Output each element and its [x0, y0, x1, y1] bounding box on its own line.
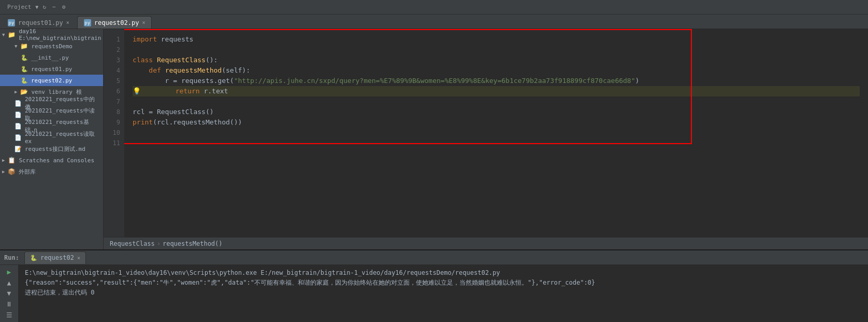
run-label: Run:	[0, 254, 23, 261]
line-num-8: 8	[104, 107, 124, 117]
run-tab-bar: Run: 🐍 request02 ×	[0, 250, 868, 265]
tab-close-icon[interactable]: ×	[66, 20, 69, 25]
run-list-button[interactable]: ☰	[4, 310, 15, 320]
tab-bar: py request01.py × py request02.py ×	[0, 15, 868, 29]
run-up-button[interactable]: ▲	[4, 278, 15, 288]
run-play-button[interactable]: ▶	[4, 267, 15, 277]
sidebar-label-venv: venv library 根	[31, 88, 81, 96]
tab-py-icon: py	[8, 19, 15, 26]
run-output-result: {"reason":"success","result":{"men":"牛",…	[25, 278, 862, 288]
line-num-10: 10	[104, 128, 124, 138]
toolbar: Project ▼ ↻ − ⚙	[0, 0, 868, 15]
code-line-8: rcl = RequestClass()	[133, 107, 860, 117]
code-line-11	[133, 138, 860, 148]
code-line-6: 💡 return r.text	[133, 86, 860, 96]
line-numbers: 1 2 3 4 5 6 7 8 9 10 11	[104, 29, 124, 237]
sync-icon[interactable]: ↻	[39, 3, 49, 11]
sidebar-label-file4: 20210221_requests读取ex	[25, 130, 99, 145]
sidebar-item-scratches[interactable]: ▶ 📋 Scratches and Consoles	[0, 155, 103, 166]
sidebar-item-request02[interactable]: 🐍 request02.py	[0, 75, 103, 86]
venv-icon: 📂	[20, 88, 28, 95]
tab-request01[interactable]: py request01.py ×	[1, 16, 76, 29]
code-line-1: import requests	[133, 34, 860, 45]
tab-request02[interactable]: py request02.py ×	[77, 16, 152, 29]
run-tab-request02[interactable]: 🐍 request02 ×	[24, 251, 86, 264]
code-line-10	[133, 128, 860, 138]
sidebar-label-req01: request01.py	[31, 66, 72, 73]
sidebar: ▼ 📁 day16 E:\new_bigtrain\bigtrain ▼ 📁 r…	[0, 29, 104, 249]
code-line-2	[133, 45, 860, 55]
tab-py-icon-2: py	[84, 19, 91, 26]
app-container: Project ▼ ↻ − ⚙ py request01.py × py req…	[0, 0, 868, 322]
run-output: E:\new_bigtrain\bigtrain-1_video\day16\v…	[19, 265, 868, 322]
code-content[interactable]: import requests class RequestClass(): de…	[124, 29, 868, 237]
editor-wrapper: 1 2 3 4 5 6 7 8 9 10 11	[104, 29, 868, 237]
tab-label: request01.py	[18, 19, 63, 26]
md-file-icon: 📝	[15, 146, 22, 152]
file-icon-1: 📄	[15, 100, 22, 107]
run-pause-button[interactable]: ⏸	[4, 299, 15, 309]
py-file-icon-2: 🐍	[21, 66, 28, 73]
run-output-path: E:\new_bigtrain\bigtrain-1_video\day16\v…	[25, 268, 862, 278]
file-icon-2: 📄	[15, 111, 22, 118]
settings-icon[interactable]: ⚙	[59, 3, 69, 11]
chevron-right-icon-2: ▶	[2, 158, 5, 163]
sidebar-item-md[interactable]: 📝 requests接口测试.md	[0, 143, 103, 155]
code-line-3: class RequestClass():	[133, 55, 860, 65]
sidebar-item-day16[interactable]: ▼ 📁 day16 E:\new_bigtrain\bigtrain	[0, 29, 103, 40]
sidebar-item-external[interactable]: ▶ 📦 外部库	[0, 166, 103, 177]
sidebar-label-md: requests接口测试.md	[25, 145, 85, 153]
chevron-down-icon-2: ▼	[15, 44, 17, 49]
sidebar-label-scratches: Scratches and Consoles	[19, 157, 94, 164]
run-panel: Run: 🐍 request02 × ▶ ▲ ▼ ⏸ ☰ E:\new_bigt…	[0, 249, 868, 322]
line-num-1: 1	[104, 34, 124, 45]
tab-active-label: request02.py	[94, 19, 139, 26]
line-num-3: 3	[104, 55, 124, 65]
chevron-right-icon-3: ▶	[2, 169, 5, 174]
line-num-7: 7	[104, 96, 124, 107]
breadcrumb: RequestClass › requestsMethod()	[104, 237, 868, 249]
run-content: ▶ ▲ ▼ ⏸ ☰ E:\new_bigtrain\bigtrain-1_vid…	[0, 265, 868, 322]
line-num-4: 4	[104, 65, 124, 76]
chevron-right-icon: ▶	[15, 89, 17, 94]
folder-icon: 📁	[8, 31, 16, 38]
sidebar-label-day16: day16 E:\new_bigtrain\bigtrain	[19, 29, 101, 41]
project-label[interactable]: Project	[4, 3, 34, 11]
tab-close-icon-2[interactable]: ×	[142, 20, 145, 25]
run-down-button[interactable]: ▼	[4, 289, 15, 299]
sidebar-item-init[interactable]: 🐍 __init__.py	[0, 52, 103, 63]
sidebar-label-req02: request02.py	[31, 77, 72, 84]
line-num-11: 11	[104, 138, 124, 148]
external-lib-icon: 📦	[8, 168, 16, 175]
line-num-6: 6	[104, 86, 124, 96]
breadcrumb-class[interactable]: RequestClass	[110, 240, 155, 247]
main-area: ▼ 📁 day16 E:\new_bigtrain\bigtrain ▼ 📁 r…	[0, 29, 868, 249]
run-sidebar: ▶ ▲ ▼ ⏸ ☰	[0, 265, 19, 322]
sidebar-item-requestsdemo[interactable]: ▼ 📁 requestsDemo	[0, 40, 103, 52]
line-num-5: 5	[104, 76, 124, 86]
run-tab-label: request02	[40, 254, 74, 261]
sidebar-item-file4[interactable]: 📄 20210221_requests读取ex	[0, 132, 103, 143]
minus-icon[interactable]: −	[49, 3, 59, 11]
breadcrumb-method[interactable]: requestsMethod()	[163, 240, 223, 247]
code-line-4: def requestsMethod(self):	[133, 65, 860, 76]
sidebar-item-request01[interactable]: 🐍 request01.py	[0, 63, 103, 75]
run-tab-icon: 🐍	[30, 255, 37, 261]
run-output-exit: 进程已结束，退出代码 0	[25, 288, 862, 298]
sidebar-label-requestsdemo: requestsDemo	[31, 43, 72, 50]
chevron-down-icon: ▼	[2, 32, 5, 37]
code-line-7	[133, 96, 860, 107]
editor-area: 1 2 3 4 5 6 7 8 9 10 11	[104, 29, 868, 249]
breadcrumb-sep: ›	[157, 240, 161, 247]
code-line-9: print(rcl.requestsMethod())	[133, 117, 860, 128]
py-file-icon-3: 🐍	[21, 77, 28, 84]
scratch-icon: 📋	[8, 157, 16, 164]
run-tab-close[interactable]: ×	[77, 255, 80, 261]
line-num-2: 2	[104, 45, 124, 55]
sidebar-label-init: __init__.py	[31, 54, 69, 61]
file-icon-4: 📄	[15, 134, 22, 141]
py-file-icon: 🐍	[21, 54, 28, 61]
chevron-icon: ▼	[35, 4, 38, 10]
sidebar-label-external: 外部库	[19, 168, 36, 176]
code-line-5: r = requests.get("http://apis.juhe.cn/sx…	[133, 76, 860, 86]
